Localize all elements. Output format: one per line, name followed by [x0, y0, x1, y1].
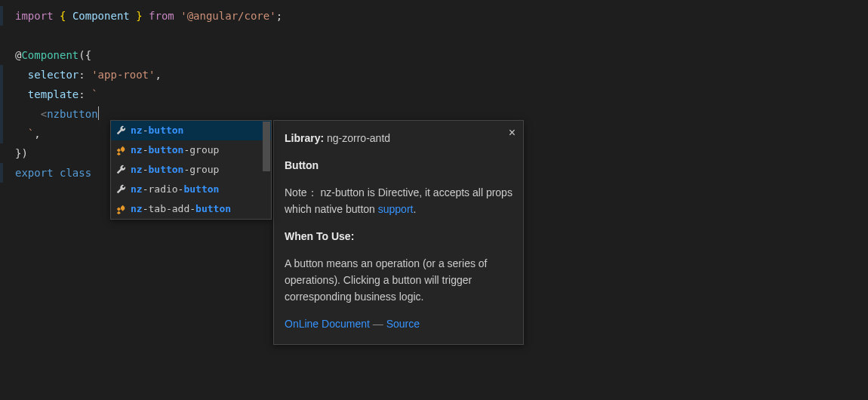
keyword-export: export [15, 167, 54, 179]
close-icon[interactable]: × [509, 127, 516, 139]
suggestion-item[interactable]: nz-button-group [111, 160, 271, 180]
string-literal: '@angular/core' [180, 10, 275, 22]
backtick: ` [91, 88, 97, 100]
doc-heading: Button [285, 157, 512, 174]
wrench-icon [115, 125, 126, 136]
prop-template: template [28, 88, 78, 100]
class-icon [115, 145, 126, 155]
separator-dash: — [373, 318, 383, 330]
library-value: ng-zorro-antd [327, 132, 390, 144]
suggestion-label: nz-tab-add-button [131, 199, 231, 219]
suggestion-item[interactable]: nz-button-group [111, 140, 271, 160]
keyword-class: class [60, 167, 91, 179]
wrench-icon [115, 165, 126, 175]
prop-selector: selector [28, 69, 78, 81]
identifier: Component [72, 10, 130, 22]
suggestion-item[interactable]: nz-button [111, 121, 271, 140]
tag-name: nzbutton [47, 108, 97, 120]
keyword-from: from [149, 10, 174, 22]
code-line[interactable]: template: ` [0, 85, 868, 104]
library-label: Library: [285, 132, 324, 144]
doc-when-label: When To Use: [285, 228, 512, 245]
doc-link-support[interactable]: support [378, 203, 414, 215]
code-line[interactable]: selector: 'app-root', [0, 65, 868, 85]
code-line[interactable]: @Component({ [0, 45, 868, 65]
doc-footer-links: OnLine Document — Source [285, 315, 512, 332]
suggestion-item[interactable]: nz-radio-button [111, 180, 271, 199]
text-cursor [98, 106, 99, 120]
brace: } [136, 10, 142, 22]
wrench-icon [115, 184, 126, 195]
string-literal: 'app-root' [91, 69, 155, 81]
suggestion-label: nz-radio-button [131, 180, 219, 199]
decorator-name: Component [21, 49, 78, 61]
code-editor[interactable]: import { Component } from '@angular/core… [0, 0, 868, 183]
code-line[interactable]: import { Component } from '@angular/core… [0, 6, 868, 26]
suggestion-popup[interactable]: nz-buttonnz-button-groupnz-button-groupn… [110, 120, 272, 220]
class-icon [115, 204, 126, 214]
angle-bracket: < [41, 108, 47, 120]
documentation-popup: × Library: ng-zorro-antd Button Note： nz… [273, 120, 524, 345]
doc-link-online[interactable]: OnLine Document [285, 318, 370, 330]
doc-when-body: A button means an operation (or a series… [285, 255, 512, 305]
doc-library-line: Library: ng-zorro-antd [285, 130, 512, 146]
close-decorator: }) [15, 147, 28, 159]
suggestion-item[interactable]: nz-tab-add-button [111, 199, 271, 219]
suggestion-label: nz-button-group [131, 140, 219, 160]
suggestion-label: nz-button-group [131, 160, 219, 180]
suggestion-scrollbar[interactable] [263, 122, 270, 171]
code-line-empty[interactable] [0, 26, 868, 45]
doc-link-source[interactable]: Source [386, 318, 420, 330]
semicolon: ; [276, 10, 282, 22]
brace: { [60, 10, 66, 22]
suggestion-label: nz-button [131, 121, 183, 140]
keyword-import: import [15, 10, 54, 22]
doc-note: Note： nz-button is Directive, it accepts… [285, 184, 512, 217]
punct: ({ [78, 49, 91, 61]
